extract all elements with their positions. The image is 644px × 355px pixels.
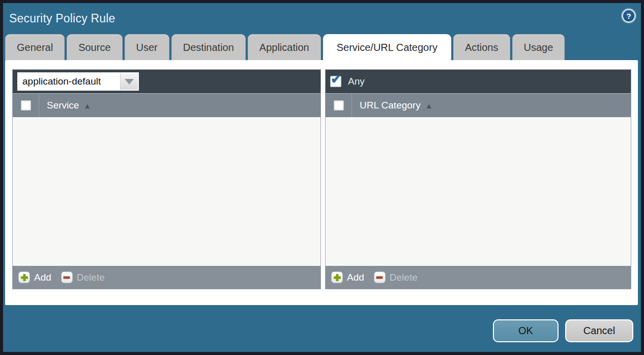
any-label: Any xyxy=(348,76,365,87)
service-add-button[interactable]: Add xyxy=(18,271,51,283)
url-category-list-body xyxy=(326,117,631,266)
tab-service-url-category[interactable]: Service/URL Category xyxy=(323,34,451,60)
sort-ascending-icon: ▲ xyxy=(83,101,91,110)
cancel-button[interactable]: Cancel xyxy=(565,319,633,342)
chevron-down-icon xyxy=(125,79,134,85)
service-panel-footer: Add Delete xyxy=(13,266,320,289)
security-policy-rule-dialog: Security Policy Rule ? GeneralSourceUser… xyxy=(0,0,644,355)
service-delete-label: Delete xyxy=(77,272,105,283)
tab-destination[interactable]: Destination xyxy=(171,34,246,60)
title-bar: Security Policy Rule ? xyxy=(3,3,641,34)
service-type-combobox xyxy=(17,72,139,91)
url-category-panel-footer: Add Delete xyxy=(326,266,631,289)
url-category-delete-button[interactable]: Delete xyxy=(374,271,418,283)
url-category-column-label-cell[interactable]: URL Category ▲ xyxy=(352,94,433,117)
url-category-select-all-checkbox[interactable] xyxy=(334,100,344,111)
service-column-header: Service ▲ xyxy=(13,93,320,117)
ok-button[interactable]: OK xyxy=(493,319,559,342)
service-list-body xyxy=(13,117,320,266)
plus-icon xyxy=(18,271,30,283)
service-add-label: Add xyxy=(34,272,51,283)
service-column-label: Service xyxy=(47,100,79,111)
url-category-panel-toolbar: Any xyxy=(326,70,631,93)
minus-icon xyxy=(374,271,386,283)
service-column-label-cell[interactable]: Service ▲ xyxy=(39,94,91,117)
tab-bar: GeneralSourceUserDestinationApplicationS… xyxy=(5,34,565,60)
url-category-add-label: Add xyxy=(347,272,364,283)
minus-icon xyxy=(61,271,73,283)
url-category-column-label: URL Category xyxy=(360,100,421,111)
sort-ascending-icon: ▲ xyxy=(425,101,433,110)
service-panel-toolbar xyxy=(13,70,320,93)
dialog-action-buttons: OK Cancel xyxy=(493,319,633,342)
tab-application[interactable]: Application xyxy=(248,34,321,60)
service-type-input[interactable] xyxy=(17,72,120,91)
service-panel: Service ▲ Add Delete xyxy=(12,69,321,289)
any-checkbox[interactable] xyxy=(330,76,341,87)
help-icon[interactable]: ? xyxy=(622,9,636,23)
tab-general[interactable]: General xyxy=(5,34,65,60)
url-category-panel: Any URL Category ▲ Add xyxy=(325,69,631,289)
service-select-all-checkbox[interactable] xyxy=(21,100,31,111)
dialog-title: Security Policy Rule xyxy=(9,12,115,25)
url-category-delete-label: Delete xyxy=(390,272,418,283)
tab-actions[interactable]: Actions xyxy=(453,34,510,60)
service-delete-button[interactable]: Delete xyxy=(61,271,105,283)
url-category-column-header: URL Category ▲ xyxy=(326,93,631,117)
url-category-add-button[interactable]: Add xyxy=(331,271,364,283)
tab-usage[interactable]: Usage xyxy=(512,34,565,60)
plus-icon xyxy=(331,271,343,283)
tab-source[interactable]: Source xyxy=(67,34,122,60)
dialog-content: Service ▲ Add Delete Any xyxy=(5,60,638,305)
service-type-dropdown-button[interactable] xyxy=(120,72,139,91)
tab-user[interactable]: User xyxy=(125,34,169,60)
